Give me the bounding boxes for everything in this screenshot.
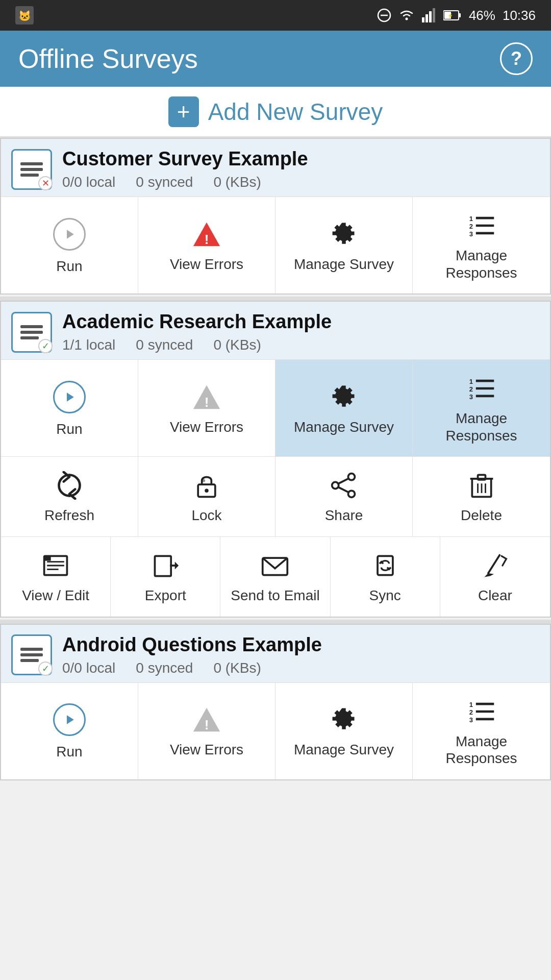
delete-label-academic: Delete <box>461 507 502 524</box>
delete-button-academic[interactable]: Delete <box>413 457 550 536</box>
view-errors-button-academic[interactable]: ! View Errors <box>138 360 276 456</box>
warning-gray-icon-academic: ! <box>192 383 221 411</box>
survey-local-android: 0/0 local <box>62 660 115 676</box>
export-button-academic[interactable]: Export <box>111 537 220 617</box>
svg-line-55 <box>488 555 499 573</box>
view-edit-button-academic[interactable]: View / Edit <box>1 537 111 617</box>
survey-icon-academic: ✓ <box>11 312 52 353</box>
svg-text:🐱: 🐱 <box>18 10 31 22</box>
manage-survey-button-android[interactable]: Manage Survey <box>276 683 413 779</box>
sync-button-academic[interactable]: Sync <box>331 537 440 617</box>
help-button[interactable]: ? <box>500 42 533 75</box>
survey-local-customer: 0/0 local <box>62 174 115 190</box>
status-left: 🐱 <box>15 6 34 24</box>
send-email-button-academic[interactable]: Send to Email <box>220 537 330 617</box>
view-errors-button-customer[interactable]: ! View Errors <box>138 197 276 293</box>
export-icon-academic <box>151 551 180 580</box>
run-button-customer[interactable]: Run <box>1 197 138 293</box>
svg-point-32 <box>205 489 208 493</box>
list-numbered-icon-academic: 1 2 3 <box>467 374 496 403</box>
svg-text:3: 3 <box>469 716 472 723</box>
warning-red-icon-customer: ! <box>192 220 221 249</box>
svg-rect-49 <box>44 556 51 560</box>
run-button-android[interactable]: Run <box>1 683 138 779</box>
clear-icon-academic <box>481 551 509 580</box>
survey-info-customer: Customer Survey Example 0/0 local 0 sync… <box>62 148 540 190</box>
add-survey-button[interactable]: + Add New Survey <box>0 87 551 138</box>
manage-survey-button-customer[interactable]: Manage Survey <box>276 197 413 293</box>
svg-point-34 <box>348 474 355 480</box>
action-grid-academic-ext1: Refresh Lock Share <box>1 456 550 536</box>
svg-rect-7 <box>429 11 432 22</box>
app-icon: 🐱 <box>15 6 34 24</box>
survey-name-customer: Customer Survey Example <box>62 148 540 170</box>
manage-survey-button-academic[interactable]: Manage Survey <box>276 360 413 456</box>
action-grid-android: Run ! View Errors Manage Survey 1 2 <box>1 682 550 779</box>
svg-text:3: 3 <box>469 393 472 401</box>
manage-responses-label-android: Manage Responses <box>418 733 545 767</box>
list-numbered-icon-customer: 1 2 3 <box>467 211 496 240</box>
survey-card-android: ✓ Android Questions Example 0/0 local 0 … <box>0 624 551 780</box>
svg-text:2: 2 <box>469 708 472 716</box>
svg-text:1: 1 <box>469 378 472 385</box>
share-label-academic: Share <box>325 507 363 524</box>
survey-card-academic: ✓ Academic Research Example 1/1 local 0 … <box>0 301 551 617</box>
add-icon: + <box>168 96 199 127</box>
clear-button-academic[interactable]: Clear <box>440 537 550 617</box>
run-label-customer: Run <box>56 258 82 275</box>
svg-point-4 <box>405 18 408 20</box>
survey-icon-customer: ✕ <box>11 149 52 190</box>
time-display: 10:36 <box>503 8 536 23</box>
manage-responses-button-android[interactable]: 1 2 3 Manage Responses <box>413 683 550 779</box>
svg-rect-41 <box>478 475 485 480</box>
survey-icon-android: ✓ <box>11 634 52 675</box>
view-edit-label-academic: View / Edit <box>22 587 89 604</box>
share-icon-academic <box>330 471 358 500</box>
svg-rect-5 <box>422 17 424 22</box>
svg-rect-50 <box>155 556 171 576</box>
refresh-button-academic[interactable]: Refresh <box>1 457 138 536</box>
run-icon-customer <box>53 218 86 251</box>
gear-icon-android <box>330 705 358 734</box>
section-separator-2 <box>0 620 551 624</box>
run-icon-academic <box>53 381 86 413</box>
survey-badge-ok-academic: ✓ <box>38 339 53 353</box>
view-errors-label-android: View Errors <box>170 741 243 758</box>
svg-point-33 <box>203 479 206 482</box>
survey-synced-android: 0 synced <box>136 660 193 676</box>
svg-text:3: 3 <box>469 230 472 238</box>
manage-responses-button-academic[interactable]: 1 2 3 Manage Responses <box>413 360 550 456</box>
add-survey-label: Add New Survey <box>208 98 383 126</box>
list-numbered-icon-android: 1 2 3 <box>467 697 496 726</box>
battery-level: 46% <box>469 8 495 23</box>
svg-text:!: ! <box>205 395 209 410</box>
delete-icon-academic <box>467 471 496 500</box>
svg-rect-54 <box>378 556 393 575</box>
svg-rect-8 <box>433 8 435 22</box>
gear-icon-customer <box>330 220 358 249</box>
svg-text:!: ! <box>205 717 209 732</box>
survey-local-academic: 1/1 local <box>62 337 115 353</box>
svg-rect-6 <box>425 14 428 22</box>
svg-point-36 <box>348 491 355 498</box>
clear-label-academic: Clear <box>478 587 512 604</box>
lock-button-academic[interactable]: Lock <box>138 457 276 536</box>
lock-label-academic: Lock <box>191 507 221 524</box>
run-button-academic[interactable]: Run <box>1 360 138 456</box>
dnd-icon <box>377 8 391 22</box>
export-label-academic: Export <box>145 587 186 604</box>
share-button-academic[interactable]: Share <box>276 457 413 536</box>
send-email-label-academic: Send to Email <box>231 587 319 604</box>
sync-icon-academic <box>371 551 399 580</box>
manage-responses-button-customer[interactable]: 1 2 3 Manage Responses <box>413 197 550 293</box>
svg-marker-56 <box>67 716 74 725</box>
survey-name-android: Android Questions Example <box>62 634 540 656</box>
signal-icon <box>422 8 436 22</box>
refresh-label-academic: Refresh <box>44 507 94 524</box>
view-errors-button-android[interactable]: ! View Errors <box>138 683 276 779</box>
svg-text:2: 2 <box>469 385 472 393</box>
action-grid-customer: Run ! View Errors Manage Survey 1 2 <box>1 197 550 293</box>
view-errors-label-academic: View Errors <box>170 419 243 436</box>
survey-name-academic: Academic Research Example <box>62 311 540 333</box>
survey-info-academic: Academic Research Example 1/1 local 0 sy… <box>62 311 540 353</box>
